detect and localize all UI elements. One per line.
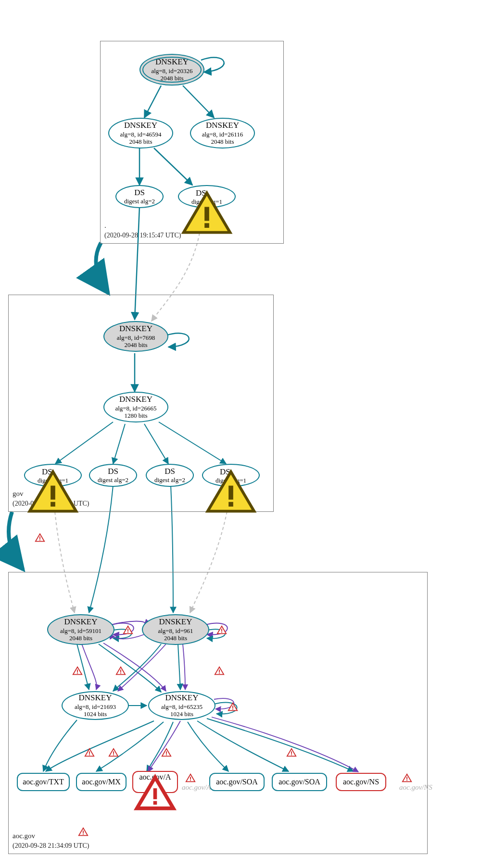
svg-rect-23 (127, 629, 128, 632)
svg-rect-17 (228, 486, 233, 500)
svg-rect-39 (166, 751, 167, 754)
svg-rect-15 (51, 486, 55, 500)
root-zsk-46594: DNSKEY alg=8, id=46594 2048 bits (108, 118, 173, 149)
error-icon (185, 773, 196, 783)
svg-rect-43 (190, 777, 191, 780)
root-ds-alg1: DS digest alg=1 (178, 185, 236, 208)
svg-rect-45 (406, 777, 407, 780)
svg-rect-13 (204, 207, 209, 221)
svg-rect-19 (153, 788, 157, 799)
gov-ds-4: DS digest alg=1 (202, 464, 260, 487)
error-icon (151, 781, 160, 791)
svg-rect-22 (39, 540, 40, 541)
rr-soa-1: aoc.gov/SOA (209, 773, 265, 791)
ghost-ns: aoc.gov/NS (399, 783, 432, 792)
error-icon (161, 747, 172, 758)
gov-zsk: DNSKEY alg=8, id=26665 1280 bits (103, 392, 168, 422)
rr-txt: aoc.gov/TXT (17, 773, 70, 791)
zone-root-time: (2020-09-28 19:15:47 UTC) (104, 232, 181, 239)
svg-rect-36 (89, 755, 90, 756)
svg-rect-46 (406, 780, 407, 781)
warning-icon (54, 466, 64, 476)
rr-soa-2: aoc.gov/SOA (272, 773, 327, 791)
svg-rect-44 (190, 780, 191, 781)
svg-rect-33 (232, 706, 233, 708)
error-icon (402, 773, 412, 783)
svg-rect-31 (219, 670, 220, 672)
error-icon (84, 747, 95, 758)
svg-rect-40 (166, 755, 167, 756)
error-icon (72, 666, 83, 676)
svg-rect-16 (51, 502, 55, 507)
rr-mx: aoc.gov/MX (76, 773, 127, 791)
rr-a: aoc.gov/A (132, 771, 178, 793)
error-icon (108, 747, 119, 758)
svg-rect-32 (219, 673, 220, 674)
zone-root-name: . (104, 222, 106, 229)
svg-rect-27 (77, 670, 78, 672)
root-ksk: DNSKEY alg=8, id=20326 2048 bits (139, 54, 204, 86)
error-icon (35, 533, 45, 543)
error-icon (214, 666, 225, 676)
dnssec-graph: . (2020-09-28 19:15:47 UTC) gov (2020-09… (0, 0, 494, 868)
svg-rect-37 (113, 751, 114, 754)
aoc-zsk-21693: DNSKEY alg=8, id=21693 1024 bits (62, 691, 129, 720)
error-icon (123, 625, 133, 635)
zone-aoc-time: (2020-09-28 21:34:09 UTC) (13, 842, 89, 849)
aoc-zsk-65235: DNSKEY alg=8, id=65235 1024 bits (148, 691, 215, 720)
svg-rect-41 (291, 751, 292, 754)
svg-rect-25 (221, 629, 222, 632)
zone-aoc-name: aoc.gov (13, 832, 35, 840)
svg-rect-18 (228, 502, 233, 507)
svg-rect-38 (113, 755, 114, 756)
svg-rect-28 (77, 673, 78, 674)
svg-rect-48 (83, 834, 84, 835)
svg-rect-35 (89, 751, 90, 754)
gov-ds-3: DS digest alg=2 (146, 464, 194, 487)
zone-gov-name: gov (13, 490, 24, 497)
svg-rect-20 (153, 801, 157, 805)
svg-rect-24 (127, 632, 128, 633)
warning-icon (208, 187, 218, 197)
root-ds-alg2: DS digest alg=2 (115, 185, 164, 208)
svg-rect-30 (120, 673, 121, 674)
svg-rect-34 (232, 709, 233, 710)
error-icon (228, 702, 238, 712)
root-zsk-26116: DNSKEY alg=8, id=26116 2048 bits (190, 118, 255, 149)
aoc-ksk-59101: DNSKEY alg=8, id=59101 2048 bits (47, 614, 114, 645)
error-icon (78, 827, 89, 837)
zone-root-label: . (2020-09-28 19:15:47 UTC) (104, 221, 181, 240)
aoc-ksk-961: DNSKEY alg=8, id=961 2048 bits (142, 614, 209, 645)
svg-rect-47 (83, 831, 84, 833)
svg-rect-26 (221, 632, 222, 633)
rr-ns: aoc.gov/NS (336, 773, 386, 791)
error-icon (216, 625, 227, 635)
error-icon (286, 747, 297, 758)
svg-rect-14 (204, 223, 209, 228)
error-icon (115, 666, 126, 676)
svg-rect-21 (39, 536, 40, 539)
gov-ds-1: DS digest alg=1 (24, 464, 82, 487)
gov-ds-2: DS digest alg=2 (89, 464, 137, 487)
ghost-a: aoc.gov/A (182, 783, 211, 792)
gov-ksk: DNSKEY alg=8, id=7698 2048 bits (103, 321, 168, 352)
warning-icon (232, 466, 242, 476)
svg-rect-42 (291, 755, 292, 756)
svg-rect-29 (120, 670, 121, 672)
